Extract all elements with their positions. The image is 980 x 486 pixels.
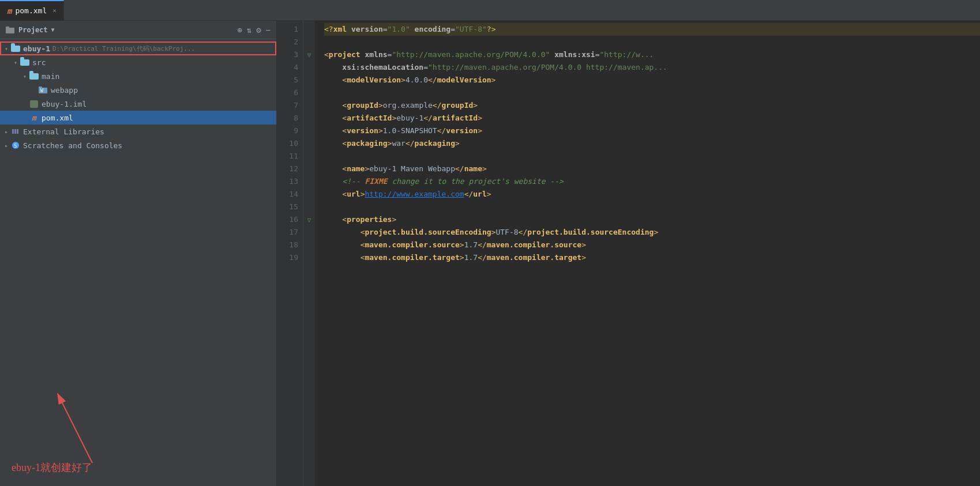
svg-text:S: S: [14, 143, 17, 149]
scratch-icon: S: [10, 141, 21, 149]
svg-rect-7: [14, 129, 16, 134]
tree-item-root[interactable]: ebuy-1 D:\Practical Training\代码\backProj…: [0, 42, 276, 55]
code-line-10: <packaging>war</packaging>: [324, 137, 980, 150]
tree-item-iml[interactable]: ebuy-1.iml: [0, 97, 276, 111]
xml-decl-enc-attr: encoding: [410, 23, 450, 36]
svg-rect-8: [17, 129, 18, 134]
chevron-root: [2, 46, 10, 52]
line-num-8: 8: [281, 112, 298, 125]
fold-marker-16[interactable]: ▽: [307, 216, 311, 224]
line-num-16: 16: [281, 213, 298, 226]
annotation-area: ebuy-1就创建好了: [0, 382, 276, 486]
root-path: D:\Practical Training\代码\backProj...: [52, 44, 195, 53]
main-area: Project ▼ ⊕ ⇅ ⚙ − ebuy-1 D:\Practical Tr…: [0, 21, 980, 486]
tree-item-main[interactable]: main: [0, 69, 276, 83]
collapse-icon[interactable]: ⇅: [247, 25, 251, 35]
code-line-19: <maven.compiler.target>1.7</maven.compil…: [324, 251, 980, 264]
tree-item-pom[interactable]: m pom.xml: [0, 111, 276, 125]
ext-libs-label: External Libraries: [23, 127, 104, 136]
gutter: ▽ ▽: [303, 21, 315, 486]
line-num-14: 14: [281, 188, 298, 201]
code-line-5: <modelVersion>4.0.0</modelVersion>: [324, 74, 980, 86]
tree-item-ext-libs[interactable]: External Libraries: [0, 125, 276, 138]
line-num-18: 18: [281, 239, 298, 251]
editor[interactable]: 1 2 3 4 5 6 7 8 9 10 11 12 13 14 15 16 1…: [277, 21, 980, 486]
code-line-6: [324, 86, 980, 99]
code-line-11: [324, 150, 980, 163]
xml-decl-tag: xml: [333, 23, 347, 36]
svg-rect-5: [30, 100, 38, 108]
root-label: ebuy-1: [23, 44, 50, 53]
chevron-src: [12, 59, 20, 66]
code-line-1: <?xml version="1.0" encoding="UTF-8"?>: [324, 23, 980, 36]
tab-bar: m pom.xml ×: [0, 0, 980, 21]
fold-marker-3[interactable]: ▽: [307, 51, 311, 59]
minimize-icon[interactable]: −: [266, 25, 271, 35]
sidebar: Project ▼ ⊕ ⇅ ⚙ − ebuy-1 D:\Practical Tr…: [0, 21, 277, 486]
pom-xml-tab[interactable]: m pom.xml ×: [0, 0, 64, 21]
webapp-label: webapp: [51, 86, 78, 95]
folder-icon-main: [29, 72, 39, 80]
svg-text:W: W: [40, 88, 43, 93]
line-num-2: 2: [281, 36, 298, 48]
code-line-9: <version>1.0-SNAPSHOT</version>: [324, 125, 980, 137]
main-label: main: [42, 72, 59, 81]
code-line-15: [324, 201, 980, 213]
line-num-19: 19: [281, 251, 298, 264]
pom-label: pom.xml: [42, 114, 73, 122]
code-line-14: <url>http://www.example.com</url>: [324, 188, 980, 201]
folder-icon-src: [20, 58, 30, 66]
tab-close-button[interactable]: ×: [52, 7, 57, 14]
settings-icon[interactable]: ⚙: [256, 25, 261, 35]
iml-icon: [29, 100, 39, 108]
tree-item-webapp[interactable]: W webapp: [0, 83, 276, 97]
line-num-5: 5: [281, 74, 298, 86]
line-num-17: 17: [281, 226, 298, 239]
line-num-1: 1: [281, 23, 298, 36]
chevron-scratches: [2, 142, 10, 149]
code-line-7: <groupId>org.example</groupId>: [324, 99, 980, 112]
code-line-2: [324, 36, 980, 48]
sidebar-tree: ebuy-1 D:\Practical Training\代码\backProj…: [0, 39, 276, 382]
line-num-12: 12: [281, 163, 298, 175]
code-line-17: <project.build.sourceEncoding>UTF-8</pro…: [324, 226, 980, 239]
line-numbers: 1 2 3 4 5 6 7 8 9 10 11 12 13 14 15 16 1…: [277, 21, 303, 486]
xml-icon: m: [29, 114, 39, 122]
svg-rect-6: [12, 129, 14, 134]
folder-icon-webapp: W: [38, 86, 48, 94]
code-line-8: <artifactId>ebuy-1</artifactId>: [324, 112, 980, 125]
line-num-4: 4: [281, 61, 298, 74]
tab-filename: pom.xml: [15, 6, 47, 15]
editor-content: 1 2 3 4 5 6 7 8 9 10 11 12 13 14 15 16 1…: [277, 21, 980, 486]
project-label: Project: [18, 26, 48, 34]
xml-file-icon: m: [7, 6, 12, 16]
code-line-3: <project xmlns="http://maven.apache.org/…: [324, 48, 980, 61]
src-label: src: [32, 58, 46, 67]
xml-decl-version-val: "1.0": [388, 23, 410, 36]
code-line-18: <maven.compiler.source>1.7</maven.compil…: [324, 239, 980, 251]
sidebar-header: Project ▼ ⊕ ⇅ ⚙ −: [0, 21, 276, 39]
tree-item-src[interactable]: src: [0, 55, 276, 69]
svg-line-11: [58, 394, 92, 463]
xml-decl-close: ?>: [487, 23, 496, 36]
add-icon[interactable]: ⊕: [237, 25, 242, 35]
line-num-9: 9: [281, 125, 298, 137]
sidebar-toolbar: ⊕ ⇅ ⚙ −: [237, 25, 271, 35]
chevron-main: [21, 73, 29, 80]
dropdown-icon[interactable]: ▼: [51, 27, 55, 33]
code-area[interactable]: <?xml version="1.0" encoding="UTF-8"?> <…: [315, 21, 980, 486]
folder-icon-root: [10, 44, 21, 52]
sidebar-title: Project ▼: [6, 26, 55, 34]
code-line-12: <name>ebuy-1 Maven Webapp</name>: [324, 163, 980, 175]
chevron-ext-libs: [2, 129, 10, 135]
line-num-11: 11: [281, 150, 298, 163]
code-line-4: xsi:schemaLocation="http://maven.apache.…: [324, 61, 980, 74]
line-num-7: 7: [281, 99, 298, 112]
iml-label: ebuy-1.iml: [42, 100, 87, 108]
project-folder-icon: [6, 26, 15, 34]
line-num-10: 10: [281, 137, 298, 150]
xml-decl-bracket: <?: [324, 23, 333, 36]
code-line-13: <!-- FIXME change it to the project's we…: [324, 175, 980, 188]
svg-rect-1: [6, 27, 9, 29]
tree-item-scratches[interactable]: S Scratches and Consoles: [0, 138, 276, 152]
